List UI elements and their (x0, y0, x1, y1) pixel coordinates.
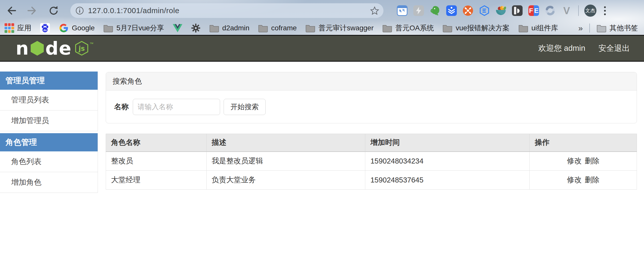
svg-text:js: js (78, 45, 84, 52)
cell-description: 我是整改员逻辑 (206, 152, 365, 171)
logout-link[interactable]: 安全退出 (598, 43, 630, 54)
table-header-row: 角色名称 描述 增加时间 操作 (106, 134, 637, 152)
sidebar-menu: 管理员管理 管理员列表 增加管理员 角色管理 角色列表 增加角色 (0, 72, 98, 195)
bookmark-folder-swagger[interactable]: 普元审计swagger (305, 23, 374, 33)
node-hexagon-icon (31, 41, 44, 56)
menu-head-admin-management[interactable]: 管理员管理 (0, 72, 98, 90)
folder-icon (103, 24, 113, 32)
gear-icon (191, 23, 201, 33)
search-button[interactable]: 开始搜索 (224, 99, 266, 115)
folder-icon (596, 24, 607, 32)
col-header-role-name: 角色名称 (106, 134, 207, 152)
delete-link[interactable]: 删除 (585, 176, 599, 184)
toolbar-divider (578, 5, 579, 16)
address-bar[interactable]: 127.0.0.1:7001/admin/role (70, 3, 383, 18)
vimium-ext-icon[interactable]: V (561, 5, 572, 16)
search-form: 名称 开始搜索 (106, 90, 637, 123)
bookmark-star-icon[interactable] (370, 6, 379, 15)
cell-actions: 修改删除 (530, 171, 637, 190)
svg-text:du: du (43, 29, 47, 32)
reload-icon[interactable] (48, 5, 60, 17)
notch-ext-icon[interactable] (512, 5, 523, 16)
search-panel: 搜索角色 名称 开始搜索 (106, 72, 637, 123)
cell-role-name: 大堂经理 (106, 171, 207, 190)
welcome-text: 欢迎您 admin (538, 43, 585, 54)
menu-item-add-role[interactable]: 增加角色 (0, 172, 98, 193)
bookmark-folder-vue-errors[interactable]: vue报错解决方案 (442, 23, 509, 33)
search-panel-title: 搜索角色 (106, 72, 637, 90)
trademark-symbol: ™ (90, 42, 94, 46)
evernote-icon[interactable] (430, 5, 441, 16)
reading-list-ext-icon[interactable] (446, 5, 457, 16)
bookmark-baidu[interactable]: du (40, 23, 50, 33)
main-content: 搜索角色 名称 开始搜索 角色名称 描述 增加时间 操作 整改员 我是整改员逻辑… (106, 72, 637, 190)
vue-icon (173, 24, 182, 32)
browser-chrome: 127.0.0.1:7001/admin/role (0, 0, 644, 35)
cell-actions: 修改删除 (530, 152, 637, 171)
folder-icon (209, 24, 219, 32)
node-js-badge-icon: js (74, 40, 89, 56)
baidu-icon: du (40, 23, 50, 33)
bookmarks-divider (589, 24, 590, 33)
folder-icon (518, 24, 528, 32)
back-icon[interactable] (5, 5, 17, 17)
menu-item-role-list[interactable]: 角色列表 (0, 151, 98, 172)
bookmark-folder-ui-lib[interactable]: ui组件库 (518, 23, 558, 33)
cell-role-name: 整改员 (106, 152, 207, 171)
forward-icon[interactable] (26, 5, 38, 17)
browser-toolbar: 127.0.0.1:7001/admin/role (0, 0, 644, 21)
bookmarks-overflow-icon[interactable]: » (578, 24, 583, 33)
site-info-icon[interactable] (75, 6, 84, 15)
hexagon-e-ext-icon[interactable] (479, 5, 490, 16)
cell-add-time: 1590248537645 (365, 171, 530, 190)
ring-ext-icon[interactable] (545, 5, 556, 16)
menu-item-admin-list[interactable]: 管理员列表 (0, 90, 98, 110)
menu-item-add-admin[interactable]: 增加管理员 (0, 110, 98, 131)
role-name-input[interactable] (133, 99, 220, 115)
edit-link[interactable]: 修改 (567, 176, 582, 184)
nodejs-logo: n d e js ™ (16, 40, 94, 56)
apps-grid-icon (5, 23, 14, 33)
menu-head-role-management[interactable]: 角色管理 (0, 133, 98, 151)
col-header-description: 描述 (206, 134, 365, 152)
bookmark-vue[interactable] (173, 24, 182, 32)
col-header-add-time: 增加时间 (365, 134, 530, 152)
bookmark-apps[interactable]: 应用 (5, 23, 31, 33)
table-row: 整改员 我是整改员逻辑 1590248034234 修改删除 (106, 152, 637, 171)
saladict-ext-icon[interactable] (495, 5, 506, 16)
molecule-ext-icon[interactable] (462, 5, 474, 16)
bookmark-gear[interactable] (191, 23, 201, 33)
bookmarks-bar: 应用 du Google 5月7日vue分享 (0, 21, 644, 35)
chrome-menu-icon[interactable] (602, 6, 608, 15)
site-header: n d e js ™ 欢迎您 admin 安全退出 (0, 35, 644, 62)
extensions-row: FE V (397, 5, 572, 16)
bookmark-google[interactable]: Google (59, 23, 95, 33)
bookmark-folder-oa[interactable]: 普元OA系统 (382, 23, 434, 33)
edit-link[interactable]: 修改 (567, 157, 582, 165)
google-g-icon (59, 23, 69, 33)
bookmark-folder-d2admin[interactable]: d2admin (209, 24, 249, 32)
folder-icon (382, 24, 392, 32)
bookmark-folder-coframe[interactable]: coframe (258, 24, 297, 32)
profile-avatar[interactable]: 文杰 (584, 5, 596, 17)
screenshot-ext-icon[interactable] (397, 5, 408, 16)
folder-icon (258, 24, 268, 32)
folder-icon (442, 24, 453, 32)
delete-link[interactable]: 删除 (585, 157, 599, 165)
fehelper-ext-icon[interactable]: FE (528, 5, 539, 16)
lightning-ext-icon[interactable] (413, 5, 424, 16)
menu-group-role: 角色管理 角色列表 增加角色 (0, 133, 98, 193)
url-text[interactable]: 127.0.0.1:7001/admin/role (88, 6, 370, 15)
col-header-actions: 操作 (530, 134, 637, 152)
other-bookmarks[interactable]: 其他书签 (596, 23, 638, 33)
menu-group-admin: 管理员管理 管理员列表 增加管理员 (0, 72, 98, 131)
folder-icon (305, 24, 315, 32)
name-label: 名称 (114, 102, 129, 112)
table-row: 大堂经理 负责大堂业务 1590248537645 修改删除 (106, 171, 637, 190)
cell-description: 负责大堂业务 (206, 171, 365, 190)
cell-add-time: 1590248034234 (365, 152, 530, 171)
bookmark-folder-vue-share[interactable]: 5月7日vue分享 (103, 23, 164, 33)
role-table: 角色名称 描述 增加时间 操作 整改员 我是整改员逻辑 159024803423… (106, 134, 637, 190)
